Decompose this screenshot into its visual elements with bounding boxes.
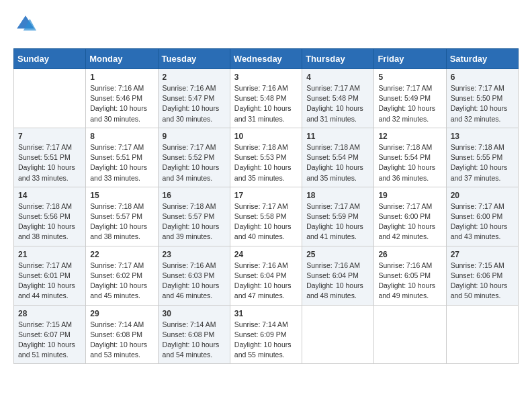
day-number: 13 bbox=[451, 132, 514, 141]
calendar-cell: 28Sunrise: 7:15 AM Sunset: 6:07 PM Dayli… bbox=[14, 305, 86, 364]
day-info: Sunrise: 7:17 AM Sunset: 5:51 PM Dayligh… bbox=[90, 142, 153, 183]
day-number: 26 bbox=[378, 250, 441, 259]
day-info: Sunrise: 7:18 AM Sunset: 5:54 PM Dayligh… bbox=[378, 142, 441, 183]
day-number: 12 bbox=[378, 132, 441, 141]
calendar-cell: 17Sunrise: 7:17 AM Sunset: 5:58 PM Dayli… bbox=[230, 187, 302, 246]
day-info: Sunrise: 7:18 AM Sunset: 5:53 PM Dayligh… bbox=[234, 142, 298, 183]
calendar-cell: 7Sunrise: 7:17 AM Sunset: 5:51 PM Daylig… bbox=[14, 128, 86, 187]
day-info: Sunrise: 7:17 AM Sunset: 5:48 PM Dayligh… bbox=[306, 83, 369, 124]
day-info: Sunrise: 7:17 AM Sunset: 5:51 PM Dayligh… bbox=[18, 142, 81, 183]
day-info: Sunrise: 7:18 AM Sunset: 5:56 PM Dayligh… bbox=[18, 201, 81, 242]
day-info: Sunrise: 7:17 AM Sunset: 5:59 PM Dayligh… bbox=[306, 201, 369, 242]
calendar-cell: 12Sunrise: 7:18 AM Sunset: 5:54 PM Dayli… bbox=[374, 128, 446, 187]
day-info: Sunrise: 7:16 AM Sunset: 6:05 PM Dayligh… bbox=[378, 261, 441, 302]
calendar-cell: 22Sunrise: 7:17 AM Sunset: 6:02 PM Dayli… bbox=[86, 246, 158, 305]
calendar-cell: 14Sunrise: 7:18 AM Sunset: 5:56 PM Dayli… bbox=[14, 187, 86, 246]
day-info: Sunrise: 7:17 AM Sunset: 6:00 PM Dayligh… bbox=[451, 201, 514, 242]
calendar-cell: 30Sunrise: 7:14 AM Sunset: 6:08 PM Dayli… bbox=[158, 305, 230, 364]
day-info: Sunrise: 7:16 AM Sunset: 6:03 PM Dayligh… bbox=[163, 261, 226, 302]
day-number: 19 bbox=[378, 191, 441, 200]
calendar-cell: 18Sunrise: 7:17 AM Sunset: 5:59 PM Dayli… bbox=[302, 187, 374, 246]
day-info: Sunrise: 7:17 AM Sunset: 6:01 PM Dayligh… bbox=[18, 261, 81, 302]
calendar-cell: 6Sunrise: 7:17 AM Sunset: 5:50 PM Daylig… bbox=[446, 69, 518, 128]
column-header-friday: Friday bbox=[374, 49, 446, 69]
calendar-cell: 10Sunrise: 7:18 AM Sunset: 5:53 PM Dayli… bbox=[230, 128, 302, 187]
day-info: Sunrise: 7:18 AM Sunset: 5:54 PM Dayligh… bbox=[306, 142, 369, 183]
day-info: Sunrise: 7:14 AM Sunset: 6:09 PM Dayligh… bbox=[234, 320, 298, 361]
calendar-cell: 8Sunrise: 7:17 AM Sunset: 5:51 PM Daylig… bbox=[86, 128, 158, 187]
day-number: 21 bbox=[18, 250, 81, 259]
calendar-cell: 1Sunrise: 7:16 AM Sunset: 5:46 PM Daylig… bbox=[86, 69, 158, 128]
day-number: 7 bbox=[18, 132, 81, 141]
day-info: Sunrise: 7:17 AM Sunset: 5:52 PM Dayligh… bbox=[163, 142, 226, 183]
day-number: 10 bbox=[234, 132, 298, 141]
day-number: 3 bbox=[234, 73, 298, 82]
day-number: 31 bbox=[234, 309, 298, 318]
calendar-week-row: 28Sunrise: 7:15 AM Sunset: 6:07 PM Dayli… bbox=[14, 305, 519, 364]
calendar-cell: 9Sunrise: 7:17 AM Sunset: 5:52 PM Daylig… bbox=[158, 128, 230, 187]
calendar-cell: 4Sunrise: 7:17 AM Sunset: 5:48 PM Daylig… bbox=[302, 69, 374, 128]
calendar-cell bbox=[14, 69, 86, 128]
day-number: 14 bbox=[18, 191, 81, 200]
day-number: 6 bbox=[451, 73, 514, 82]
day-info: Sunrise: 7:16 AM Sunset: 5:47 PM Dayligh… bbox=[163, 83, 226, 124]
day-info: Sunrise: 7:17 AM Sunset: 5:50 PM Dayligh… bbox=[451, 83, 514, 124]
calendar-cell: 3Sunrise: 7:16 AM Sunset: 5:48 PM Daylig… bbox=[230, 69, 302, 128]
day-info: Sunrise: 7:17 AM Sunset: 5:49 PM Dayligh… bbox=[378, 83, 441, 124]
day-number: 22 bbox=[90, 250, 153, 259]
logo bbox=[13, 13, 39, 38]
calendar-table: SundayMondayTuesdayWednesdayThursdayFrid… bbox=[13, 48, 519, 364]
day-number: 25 bbox=[306, 250, 369, 259]
calendar-cell: 24Sunrise: 7:16 AM Sunset: 6:04 PM Dayli… bbox=[230, 246, 302, 305]
calendar-cell: 26Sunrise: 7:16 AM Sunset: 6:05 PM Dayli… bbox=[374, 246, 446, 305]
calendar-week-row: 21Sunrise: 7:17 AM Sunset: 6:01 PM Dayli… bbox=[14, 246, 519, 305]
calendar-cell bbox=[374, 305, 446, 364]
column-header-tuesday: Tuesday bbox=[158, 49, 230, 69]
column-header-sunday: Sunday bbox=[14, 49, 86, 69]
day-info: Sunrise: 7:14 AM Sunset: 6:08 PM Dayligh… bbox=[90, 320, 153, 361]
day-number: 27 bbox=[451, 250, 514, 259]
day-number: 1 bbox=[90, 73, 153, 82]
calendar-cell: 11Sunrise: 7:18 AM Sunset: 5:54 PM Dayli… bbox=[302, 128, 374, 187]
calendar-cell: 20Sunrise: 7:17 AM Sunset: 6:00 PM Dayli… bbox=[446, 187, 518, 246]
day-info: Sunrise: 7:18 AM Sunset: 5:57 PM Dayligh… bbox=[163, 201, 226, 242]
calendar-cell: 5Sunrise: 7:17 AM Sunset: 5:49 PM Daylig… bbox=[374, 69, 446, 128]
column-header-thursday: Thursday bbox=[302, 49, 374, 69]
day-number: 23 bbox=[163, 250, 226, 259]
calendar-cell: 31Sunrise: 7:14 AM Sunset: 6:09 PM Dayli… bbox=[230, 305, 302, 364]
calendar-cell: 21Sunrise: 7:17 AM Sunset: 6:01 PM Dayli… bbox=[14, 246, 86, 305]
column-header-monday: Monday bbox=[86, 49, 158, 69]
day-info: Sunrise: 7:15 AM Sunset: 6:06 PM Dayligh… bbox=[451, 261, 514, 302]
day-info: Sunrise: 7:16 AM Sunset: 5:46 PM Dayligh… bbox=[90, 83, 153, 124]
day-number: 8 bbox=[90, 132, 153, 141]
day-number: 11 bbox=[306, 132, 369, 141]
calendar-week-row: 14Sunrise: 7:18 AM Sunset: 5:56 PM Dayli… bbox=[14, 187, 519, 246]
calendar-cell: 16Sunrise: 7:18 AM Sunset: 5:57 PM Dayli… bbox=[158, 187, 230, 246]
calendar-cell: 29Sunrise: 7:14 AM Sunset: 6:08 PM Dayli… bbox=[86, 305, 158, 364]
day-info: Sunrise: 7:16 AM Sunset: 5:48 PM Dayligh… bbox=[234, 83, 298, 124]
day-info: Sunrise: 7:17 AM Sunset: 6:00 PM Dayligh… bbox=[378, 201, 441, 242]
day-number: 5 bbox=[378, 73, 441, 82]
calendar-cell: 23Sunrise: 7:16 AM Sunset: 6:03 PM Dayli… bbox=[158, 246, 230, 305]
day-number: 16 bbox=[163, 191, 226, 200]
column-header-wednesday: Wednesday bbox=[230, 49, 302, 69]
logo-icon bbox=[15, 13, 36, 35]
day-info: Sunrise: 7:17 AM Sunset: 6:02 PM Dayligh… bbox=[90, 261, 153, 302]
calendar-cell bbox=[446, 305, 518, 364]
calendar-cell: 2Sunrise: 7:16 AM Sunset: 5:47 PM Daylig… bbox=[158, 69, 230, 128]
day-number: 30 bbox=[163, 309, 226, 318]
day-info: Sunrise: 7:17 AM Sunset: 5:58 PM Dayligh… bbox=[234, 201, 298, 242]
day-info: Sunrise: 7:18 AM Sunset: 5:55 PM Dayligh… bbox=[451, 142, 514, 183]
calendar-header-row: SundayMondayTuesdayWednesdayThursdayFrid… bbox=[14, 49, 519, 69]
day-number: 29 bbox=[90, 309, 153, 318]
day-info: Sunrise: 7:15 AM Sunset: 6:07 PM Dayligh… bbox=[18, 320, 81, 361]
calendar-week-row: 1Sunrise: 7:16 AM Sunset: 5:46 PM Daylig… bbox=[14, 69, 519, 128]
page-header bbox=[13, 13, 519, 38]
day-number: 4 bbox=[306, 73, 369, 82]
day-number: 28 bbox=[18, 309, 81, 318]
day-number: 2 bbox=[163, 73, 226, 82]
calendar-week-row: 7Sunrise: 7:17 AM Sunset: 5:51 PM Daylig… bbox=[14, 128, 519, 187]
day-info: Sunrise: 7:16 AM Sunset: 6:04 PM Dayligh… bbox=[306, 261, 369, 302]
calendar-cell: 25Sunrise: 7:16 AM Sunset: 6:04 PM Dayli… bbox=[302, 246, 374, 305]
column-header-saturday: Saturday bbox=[446, 49, 518, 69]
